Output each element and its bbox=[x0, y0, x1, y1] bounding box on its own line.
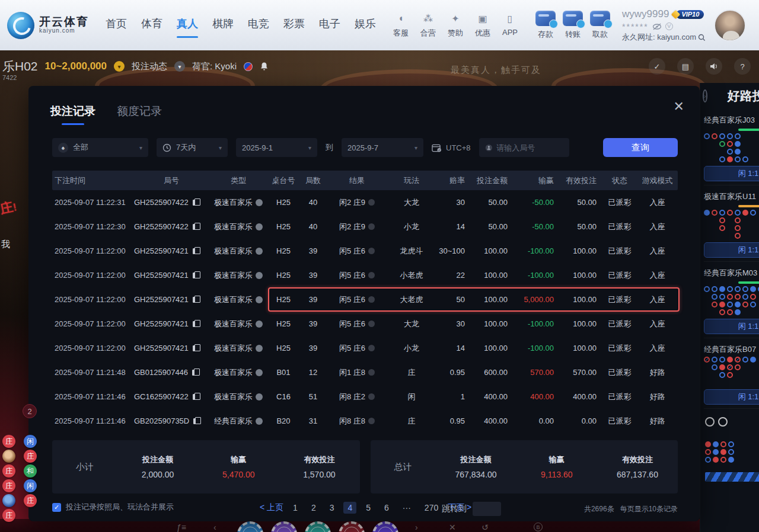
copy-icon[interactable] bbox=[193, 224, 197, 230]
nav-item-娱乐[interactable]: 娱乐 bbox=[355, 17, 376, 34]
feed-chevron-icon[interactable]: ▾ bbox=[174, 61, 185, 72]
result-detail-icon[interactable] bbox=[368, 393, 375, 400]
username[interactable]: wywy9999 bbox=[622, 8, 669, 20]
quick-link-合营[interactable]: ⁂合营 bbox=[414, 12, 442, 39]
more-pages-button[interactable]: ··· bbox=[398, 502, 415, 514]
site-logo[interactable]: 开云体育 kaiyun.com bbox=[7, 12, 89, 39]
query-button[interactable]: 查询 bbox=[603, 138, 678, 157]
page-button-270[interactable]: 270 bbox=[420, 502, 442, 514]
result-detail-icon[interactable] bbox=[368, 296, 375, 303]
page-button-6[interactable]: 6 bbox=[380, 502, 393, 514]
info-icon[interactable] bbox=[256, 418, 263, 425]
follow-bet-button[interactable]: 闲 1:1 bbox=[704, 319, 759, 334]
page-button-4[interactable]: 4 bbox=[343, 502, 356, 514]
chip-500[interactable]: 500 bbox=[339, 521, 365, 532]
nav-item-棋牌[interactable]: 棋牌 bbox=[212, 17, 234, 34]
category-dropdown[interactable]: ♠ 全部 ▾ bbox=[52, 138, 148, 157]
record-count: 共2696条 每页显示10条记录 bbox=[584, 504, 678, 514]
limits-chevron-icon[interactable]: ▾ bbox=[114, 61, 125, 72]
info-icon[interactable] bbox=[256, 272, 263, 279]
nav-item-电竞[interactable]: 电竞 bbox=[248, 17, 269, 34]
bet-limits[interactable]: 10~2,000,000 bbox=[45, 60, 107, 72]
undo-bet-icon[interactable]: ↺ bbox=[481, 523, 489, 532]
follow-bet-button[interactable]: 闲 1:1 bbox=[704, 242, 759, 258]
copy-icon[interactable] bbox=[193, 418, 198, 424]
tab-quota-records[interactable]: 额度记录 bbox=[117, 104, 162, 125]
close-icon[interactable]: ✕ bbox=[674, 99, 684, 114]
wallet-link-取款[interactable]: 取款 bbox=[586, 11, 614, 40]
copy-icon[interactable] bbox=[193, 297, 197, 303]
copy-icon[interactable] bbox=[193, 345, 197, 351]
quick-link-优惠[interactable]: ▣优惠 bbox=[469, 12, 496, 39]
info-icon[interactable] bbox=[256, 393, 263, 400]
page-button-3[interactable]: 3 bbox=[326, 502, 339, 514]
nav-item-真人[interactable]: 真人 bbox=[177, 17, 198, 34]
copy-icon[interactable] bbox=[193, 273, 197, 278]
info-icon[interactable] bbox=[256, 199, 263, 206]
nav-item-体育[interactable]: 体育 bbox=[141, 17, 162, 34]
formula-bet-icon[interactable]: ƒ≡ bbox=[177, 523, 186, 532]
video-check-icon[interactable]: ✓ bbox=[649, 58, 665, 75]
page-button-2[interactable]: 2 bbox=[307, 502, 320, 514]
cell-bet-time: 2025-09-07 11:22:00 bbox=[52, 246, 134, 255]
result-detail-icon[interactable] bbox=[368, 248, 375, 254]
chip-1000[interactable]: 1000 bbox=[372, 521, 398, 532]
wallet-link-存款[interactable]: 存款 bbox=[532, 11, 559, 40]
result-detail-icon[interactable] bbox=[368, 321, 375, 327]
copy-icon[interactable] bbox=[192, 370, 197, 376]
chip-100[interactable]: 100 bbox=[271, 521, 297, 532]
info-icon[interactable] bbox=[256, 248, 263, 255]
info-icon[interactable] bbox=[256, 296, 263, 303]
copy-icon[interactable] bbox=[193, 248, 197, 254]
date-range-dropdown[interactable]: 7天内 ▾ bbox=[157, 138, 228, 157]
jump-page-input[interactable] bbox=[473, 502, 501, 516]
copy-icon[interactable] bbox=[193, 321, 197, 327]
chips-scroll-left-icon[interactable]: ‹ bbox=[213, 523, 216, 532]
video-quality-icon[interactable]: ▤ bbox=[677, 58, 694, 75]
bet-feed-label[interactable]: 投注动态 bbox=[132, 61, 167, 72]
chips-scroll-right-icon[interactable]: › bbox=[415, 523, 418, 532]
info-icon[interactable] bbox=[256, 369, 263, 376]
date-to-dropdown[interactable]: 2025-9-7 ▾ bbox=[342, 138, 423, 157]
quick-link-客服[interactable]: ◖客服 bbox=[387, 12, 414, 39]
round-search-input[interactable] bbox=[496, 143, 563, 152]
speaker-icon[interactable] bbox=[706, 58, 722, 75]
search-icon[interactable] bbox=[698, 34, 706, 41]
info-icon[interactable] bbox=[256, 223, 263, 230]
bell-icon[interactable] bbox=[260, 62, 269, 71]
result-detail-icon[interactable] bbox=[368, 223, 375, 230]
page-button-1[interactable]: 1 bbox=[289, 502, 302, 514]
progress-bar bbox=[738, 281, 759, 284]
quick-link-赞助[interactable]: ✦赞助 bbox=[442, 12, 469, 39]
follow-bet-button[interactable]: 闲 1:1 bbox=[704, 166, 759, 181]
merge-checkbox[interactable]: ✓ bbox=[52, 503, 61, 512]
game-type-text: 极速百家乐 bbox=[214, 222, 253, 232]
result-detail-icon[interactable] bbox=[368, 272, 375, 278]
tab-bet-records[interactable]: 投注记录 bbox=[50, 104, 95, 125]
nav-item-彩票[interactable]: 彩票 bbox=[283, 17, 305, 34]
result-detail-icon[interactable] bbox=[368, 418, 375, 424]
copy-icon[interactable] bbox=[193, 200, 197, 206]
help-icon[interactable]: ? bbox=[734, 58, 751, 75]
avatar[interactable] bbox=[714, 9, 746, 41]
collapse-panel-icon[interactable]: › bbox=[703, 89, 707, 102]
quick-link-APP[interactable]: ▯APP bbox=[496, 12, 524, 39]
result-detail-icon[interactable] bbox=[368, 345, 375, 351]
info-icon[interactable] bbox=[256, 345, 263, 352]
eye-off-icon[interactable] bbox=[652, 23, 662, 30]
chip-200[interactable]: 200 bbox=[305, 521, 331, 532]
cancel-bet-icon[interactable]: ✕ bbox=[449, 523, 456, 532]
result-detail-icon[interactable] bbox=[368, 369, 375, 376]
chip-50[interactable]: 50 bbox=[237, 521, 263, 532]
info-icon[interactable] bbox=[256, 321, 263, 328]
result-detail-icon[interactable] bbox=[368, 199, 375, 206]
page-button-5[interactable]: 5 bbox=[362, 502, 375, 514]
follow-bet-button[interactable]: 闲 1:1 bbox=[704, 389, 759, 405]
nav-item-首页[interactable]: 首页 bbox=[106, 17, 127, 34]
date-from-dropdown[interactable]: 2025-9-1 ▾ bbox=[236, 138, 317, 157]
rebet-icon[interactable]: B bbox=[534, 523, 543, 531]
nav-item-电子[interactable]: 电子 bbox=[319, 17, 340, 34]
prev-page-button[interactable]: < 上页 bbox=[260, 502, 283, 513]
wallet-link-转账[interactable]: 转账 bbox=[559, 11, 586, 40]
copy-icon[interactable] bbox=[193, 394, 197, 400]
